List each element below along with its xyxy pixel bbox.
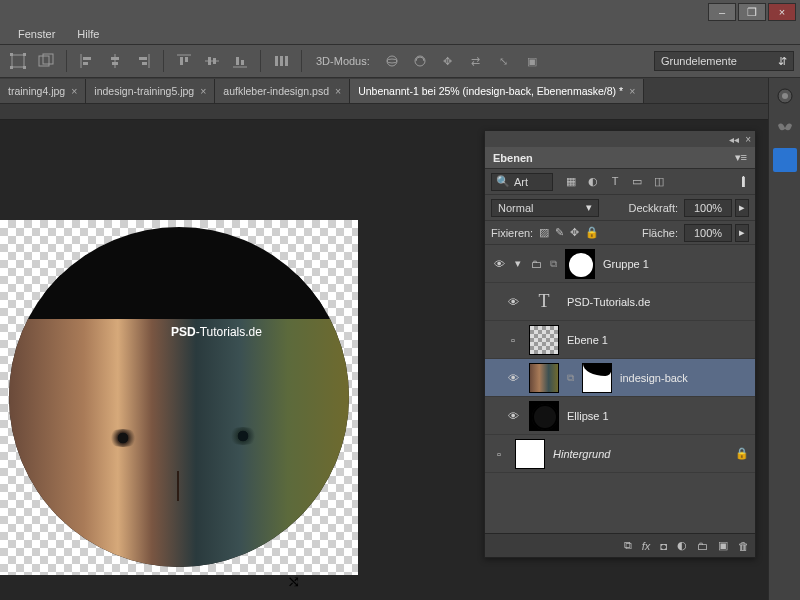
cascade-icon[interactable] <box>34 49 58 73</box>
svg-point-28 <box>387 56 397 66</box>
fill-value-field[interactable]: 100% <box>684 224 732 242</box>
layer-name[interactable]: Hintergrund <box>553 448 610 460</box>
svg-rect-15 <box>142 62 147 65</box>
window-maximize-button[interactable]: ❐ <box>738 3 766 21</box>
doc-tab-training5[interactable]: indesign-training5.jpg × <box>86 79 215 103</box>
lock-position-icon[interactable]: ✥ <box>570 226 579 239</box>
svg-rect-33 <box>779 154 791 166</box>
visibility-toggle[interactable]: 👁 <box>491 256 507 272</box>
pan-3d-icon[interactable]: ✥ <box>436 49 460 73</box>
fill-stepper[interactable]: ▸ <box>735 224 749 242</box>
menu-fenster[interactable]: Fenster <box>18 28 55 40</box>
document-canvas[interactable]: PSD-Tutorials.de ⤭ <box>0 220 358 575</box>
link-icon: ⧉ <box>550 258 557 270</box>
chevron-down-icon: ▾ <box>586 201 592 214</box>
orbit-3d-icon[interactable] <box>380 49 404 73</box>
butterfly-icon[interactable] <box>773 116 797 140</box>
mask-thumbnail[interactable] <box>582 363 612 393</box>
lock-pixels-icon[interactable]: ✎ <box>555 226 564 239</box>
workspace-dropdown[interactable]: Grundelemente ⇵ <box>654 51 794 71</box>
group-expand-toggle[interactable]: ▾ <box>515 257 521 270</box>
lock-all-icon[interactable]: 🔒 <box>585 226 599 239</box>
distribute-icon[interactable] <box>269 49 293 73</box>
layer-name[interactable]: indesign-back <box>620 372 688 384</box>
visibility-toggle[interactable]: 👁 <box>505 408 521 424</box>
layer-name[interactable]: Ellipse 1 <box>567 410 609 422</box>
align-left-icon[interactable] <box>75 49 99 73</box>
add-mask-icon[interactable]: ◘ <box>660 540 667 552</box>
filter-toggle-switch[interactable]: ⏽ <box>738 176 749 188</box>
camera-3d-icon[interactable]: ▣ <box>520 49 544 73</box>
filter-smart-icon[interactable]: ◫ <box>651 175 667 188</box>
panel-menu-icon[interactable]: ▾≡ <box>735 151 747 164</box>
filter-type-icon[interactable]: T <box>607 175 623 188</box>
layer-ebene-1[interactable]: ▫ Ebene 1 <box>485 321 755 359</box>
align-right-icon[interactable] <box>131 49 155 73</box>
new-fill-adjust-icon[interactable]: ◐ <box>677 539 687 552</box>
active-tool-icon[interactable] <box>773 148 797 172</box>
align-center-v-icon[interactable] <box>200 49 224 73</box>
filter-pixel-icon[interactable]: ▦ <box>563 175 579 188</box>
align-bottom-icon[interactable] <box>228 49 252 73</box>
layer-thumbnail[interactable] <box>529 401 559 431</box>
filter-shape-icon[interactable]: ▭ <box>629 175 645 188</box>
layer-text-psd[interactable]: 👁 T PSD-Tutorials.de <box>485 283 755 321</box>
menu-bar: Fenster Hilfe <box>0 24 800 44</box>
svg-rect-3 <box>10 66 13 69</box>
mask-thumbnail[interactable] <box>565 249 595 279</box>
doc-tab-unbenannt[interactable]: Unbenannt-1 bei 25% (indesign-back, Eben… <box>350 79 644 103</box>
lock-transparent-icon[interactable]: ▨ <box>539 226 549 239</box>
canvas-face-detail <box>225 427 261 445</box>
opacity-stepper[interactable]: ▸ <box>735 199 749 217</box>
double-chevron-left-icon[interactable]: ◂◂ <box>729 134 739 145</box>
close-icon[interactable]: × <box>71 85 77 97</box>
layer-ellipse-1[interactable]: 👁 Ellipse 1 <box>485 397 755 435</box>
visibility-toggle[interactable]: 👁 <box>505 370 521 386</box>
svg-rect-26 <box>280 56 283 66</box>
visibility-toggle[interactable]: ▫ <box>491 446 507 462</box>
roll-3d-icon[interactable] <box>408 49 432 73</box>
align-center-h-icon[interactable] <box>103 49 127 73</box>
layer-group-1[interactable]: 👁 ▾ 🗀 ⧉ Gruppe 1 <box>485 245 755 283</box>
doc-tab-training4[interactable]: training4.jpg × <box>0 79 86 103</box>
ruler-horizontal[interactable] <box>0 104 800 120</box>
visibility-toggle[interactable]: 👁 <box>505 294 521 310</box>
new-group-icon[interactable]: 🗀 <box>697 540 708 552</box>
opacity-value-field[interactable]: 100% <box>684 199 732 217</box>
delete-layer-icon[interactable]: 🗑 <box>738 540 749 552</box>
doc-tab-aufkleber[interactable]: aufkleber-indesign.psd × <box>215 79 350 103</box>
link-layers-icon[interactable]: ⧉ <box>624 539 632 552</box>
layer-thumbnail[interactable] <box>529 363 559 393</box>
close-icon[interactable]: × <box>745 134 751 145</box>
layer-thumbnail[interactable] <box>529 325 559 355</box>
filter-adjust-icon[interactable]: ◐ <box>585 175 601 188</box>
svg-rect-20 <box>208 57 211 65</box>
align-top-icon[interactable] <box>172 49 196 73</box>
new-layer-icon[interactable]: ▣ <box>718 539 728 552</box>
slide-3d-icon[interactable]: ⇄ <box>464 49 488 73</box>
layer-name[interactable]: Gruppe 1 <box>603 258 649 270</box>
window-close-button[interactable]: × <box>768 3 796 21</box>
layer-thumbnail[interactable] <box>515 439 545 469</box>
lock-icon[interactable]: 🔒 <box>735 447 749 460</box>
close-icon[interactable]: × <box>200 85 206 97</box>
search-icon: 🔍 <box>496 175 510 188</box>
scale-3d-icon[interactable]: ⤡ <box>492 49 516 73</box>
window-minimize-button[interactable]: – <box>708 3 736 21</box>
blend-mode-dropdown[interactable]: Normal ▾ <box>491 199 599 217</box>
layer-background[interactable]: ▫ Hintergrund 🔒 <box>485 435 755 473</box>
orb-icon[interactable] <box>773 84 797 108</box>
filter-kind-dropdown[interactable]: 🔍 Art <box>491 173 553 191</box>
visibility-toggle[interactable]: ▫ <box>505 332 521 348</box>
transform-controls-icon[interactable] <box>6 49 30 73</box>
layer-indesign-back[interactable]: 👁 ⧉ indesign-back <box>485 359 755 397</box>
layer-name[interactable]: PSD-Tutorials.de <box>567 296 650 308</box>
chevron-updown-icon: ⇵ <box>778 55 787 68</box>
close-icon[interactable]: × <box>629 85 635 97</box>
layer-fx-icon[interactable]: fx <box>642 540 651 552</box>
layer-name[interactable]: Ebene 1 <box>567 334 608 346</box>
canvas-disc: PSD-Tutorials.de <box>9 227 349 567</box>
svg-rect-0 <box>12 55 24 67</box>
menu-hilfe[interactable]: Hilfe <box>77 28 99 40</box>
close-icon[interactable]: × <box>335 85 341 97</box>
